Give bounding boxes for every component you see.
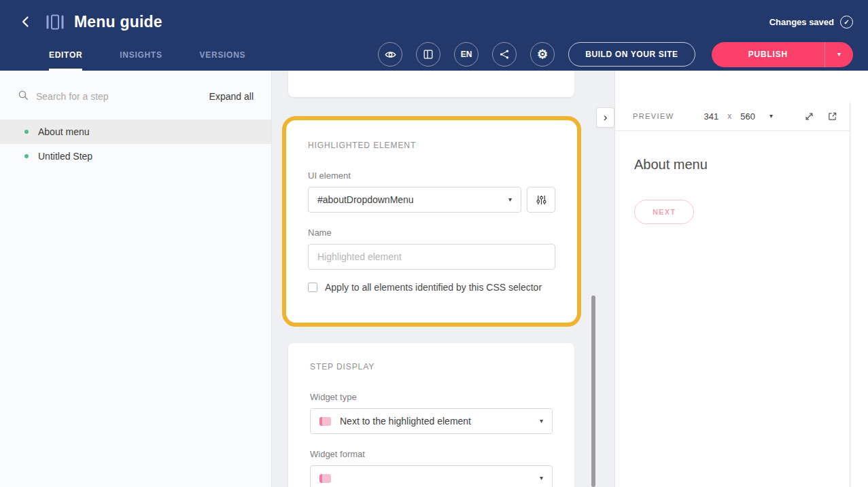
section-title-highlighted-element: HIGHLIGHTED ELEMENT xyxy=(308,141,555,150)
preview-size-control[interactable]: 341 x 560 ▾ xyxy=(704,111,773,122)
language-label: EN xyxy=(461,50,472,59)
apply-all-checkbox[interactable] xyxy=(308,283,317,292)
ui-element-select[interactable]: #aboutDropdownMenu ▾ xyxy=(308,187,521,213)
widget-format-icon xyxy=(319,474,331,483)
highlighted-element-card: HIGHLIGHTED ELEMENT UI element #aboutDro… xyxy=(282,116,581,327)
language-button[interactable]: EN xyxy=(454,42,479,67)
external-link-icon xyxy=(827,111,837,122)
header-toolbar-row: EDITOR INSIGHTS VERSIONS EN ⚙ xyxy=(0,38,868,71)
steps-sidebar: Expand all About menu Untitled Step xyxy=(0,71,272,487)
step-search-input[interactable] xyxy=(36,91,202,102)
previous-settings-card xyxy=(288,71,574,97)
preview-right-divider xyxy=(850,102,850,487)
ui-element-row: #aboutDropdownMenu ▾ xyxy=(308,187,555,213)
chevron-right-icon: › xyxy=(604,111,608,124)
guide-title: Menu guide xyxy=(74,13,162,31)
expand-all-link[interactable]: Expand all xyxy=(209,91,254,102)
preview-panel: PREVIEW 341 x 560 ▾ About xyxy=(615,71,868,487)
header-title-row: Menu guide Changes saved ✓ xyxy=(0,0,868,38)
publish-button-group: PUBLISH ▾ xyxy=(712,42,853,67)
app-root: Menu guide Changes saved ✓ EDITOR INSIGH… xyxy=(0,0,868,487)
step-display-card: STEP DISPLAY Widget type Next to the hig… xyxy=(288,343,574,487)
changes-saved-label: Changes saved xyxy=(769,17,834,27)
preview-title: PREVIEW xyxy=(633,112,674,120)
step-status-dot xyxy=(24,130,29,134)
preview-actions xyxy=(804,111,837,122)
gear-icon: ⚙ xyxy=(537,48,548,60)
app-header: Menu guide Changes saved ✓ EDITOR INSIGH… xyxy=(0,0,868,71)
tab-versions[interactable]: VERSIONS xyxy=(200,50,246,71)
widget-format-value-group xyxy=(319,474,331,483)
preview-height-value: 560 xyxy=(740,111,755,122)
widget-format-select[interactable]: ▾ xyxy=(310,465,553,487)
caret-down-icon: ▾ xyxy=(508,196,512,203)
header-controls: EN ⚙ BUILD ON YOUR SITE PUBLISH ▾ xyxy=(378,42,853,67)
step-label: Untitled Step xyxy=(38,151,92,162)
share-icon xyxy=(499,49,510,60)
chevron-left-icon xyxy=(19,15,33,29)
eye-icon xyxy=(385,49,396,60)
tab-insights[interactable]: INSIGHTS xyxy=(120,50,162,71)
tab-editor[interactable]: EDITOR xyxy=(49,50,82,71)
caret-down-icon: ▾ xyxy=(540,418,543,425)
preview-width-value: 341 xyxy=(704,111,719,122)
preview-fullscreen-button[interactable] xyxy=(804,111,814,122)
preview-eye-button[interactable] xyxy=(378,42,402,67)
caret-down-icon: ▾ xyxy=(540,475,543,482)
widget-format-label: Widget format xyxy=(310,449,553,459)
ui-element-value: #aboutDropdownMenu xyxy=(317,194,414,205)
preview-body: About menu NEXT xyxy=(615,131,868,224)
publish-button[interactable]: PUBLISH xyxy=(712,42,824,67)
preview-size-separator: x xyxy=(727,111,731,121)
step-item-about-menu[interactable]: About menu xyxy=(0,120,271,144)
section-title-step-display: STEP DISPLAY xyxy=(310,362,553,372)
preview-next-button[interactable]: NEXT xyxy=(634,200,694,224)
settings-button[interactable]: ⚙ xyxy=(530,42,555,67)
apply-all-label: Apply to all elements identified by this… xyxy=(325,282,542,293)
layout-button[interactable] xyxy=(416,42,440,67)
apply-all-row: Apply to all elements identified by this… xyxy=(308,282,555,293)
widget-type-select[interactable]: Next to the highlighted element ▾ xyxy=(310,408,553,434)
step-list: About menu Untitled Step xyxy=(0,120,271,168)
step-label: About menu xyxy=(38,126,90,137)
caret-down-icon: ▾ xyxy=(769,113,773,120)
ui-element-label: UI element xyxy=(308,170,555,181)
workspace: Expand all About menu Untitled Step HIGH… xyxy=(0,71,868,487)
widget-type-value-group: Next to the highlighted element xyxy=(319,416,471,427)
editor-tabs: EDITOR INSIGHTS VERSIONS xyxy=(49,38,245,71)
publish-dropdown-button[interactable]: ▾ xyxy=(824,42,853,67)
widget-type-icon xyxy=(319,417,331,426)
widget-type-value: Next to the highlighted element xyxy=(340,416,471,427)
collapse-preview-button[interactable]: › xyxy=(596,107,614,128)
sliders-icon xyxy=(536,194,547,206)
layout-icon xyxy=(423,49,434,60)
widget-type-label: Widget type xyxy=(310,392,553,402)
step-item-untitled-step[interactable]: Untitled Step xyxy=(0,144,271,168)
step-search-row: Expand all xyxy=(0,71,271,115)
expand-diagonal-icon xyxy=(804,111,814,122)
element-name-label: Name xyxy=(308,228,555,238)
element-name-input[interactable] xyxy=(308,244,555,270)
check-icon: ✓ xyxy=(840,16,853,29)
caret-down-icon: ▾ xyxy=(837,51,841,58)
editor-scrollbar[interactable] xyxy=(591,295,595,487)
preview-open-external-button[interactable] xyxy=(827,111,837,122)
preview-step-title: About menu xyxy=(634,157,868,173)
selector-settings-button[interactable] xyxy=(527,187,555,213)
step-editor-panel: HIGHLIGHTED ELEMENT UI element #aboutDro… xyxy=(272,71,615,487)
build-on-site-button[interactable]: BUILD ON YOUR SITE xyxy=(568,42,695,67)
step-status-dot xyxy=(24,154,29,158)
share-button[interactable] xyxy=(492,42,517,67)
back-button[interactable] xyxy=(18,14,34,30)
preview-header: PREVIEW 341 x 560 ▾ xyxy=(615,102,850,131)
app-logo-icon xyxy=(45,14,65,31)
search-icon xyxy=(18,90,29,103)
changes-saved-status: Changes saved ✓ xyxy=(769,16,853,29)
